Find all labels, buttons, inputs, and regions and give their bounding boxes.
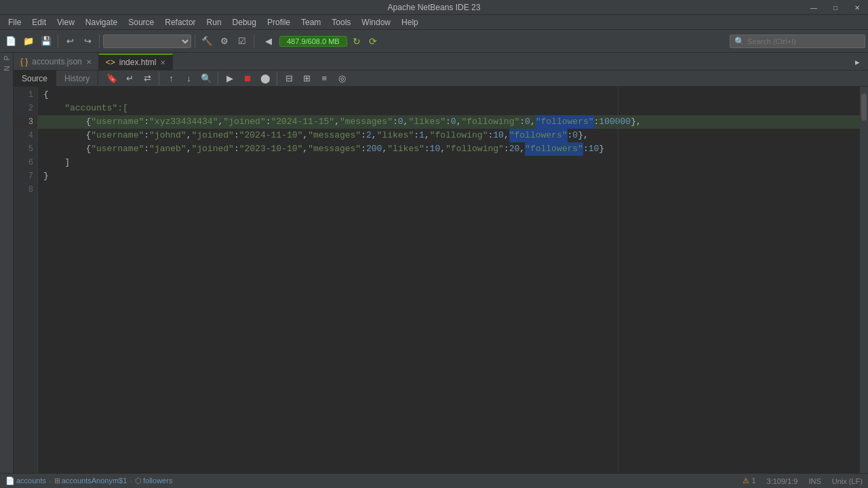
memory-indicator[interactable]: 487.9/608.0 MB: [279, 36, 347, 47]
code-span: 10: [430, 142, 441, 156]
line-numbers: 1 2 3 4 5 6 7 8: [14, 87, 38, 473]
accounts-json-icon: { }: [20, 57, 28, 66]
code-span: "username": [91, 129, 144, 142]
code-span: ,: [456, 115, 462, 129]
menu-team[interactable]: Team: [296, 16, 326, 28]
menu-view[interactable]: View: [52, 16, 80, 28]
code-line-3: { "username" : "xyz33434434" , "joined" …: [38, 115, 860, 129]
navigator-icon[interactable]: N: [3, 66, 11, 71]
breadcrumb-accounts[interactable]: 📄accounts: [5, 476, 46, 485]
undo-btn[interactable]: ↩: [62, 33, 78, 49]
status-position: 3:109/1:9: [767, 477, 798, 485]
followers-highlight-3: "followers": [536, 115, 594, 129]
code-span: ,: [186, 142, 192, 156]
history-tab[interactable]: History: [56, 70, 98, 87]
run-macro-btn[interactable]: ▶: [222, 70, 238, 87]
redo-btn[interactable]: ↪: [79, 33, 96, 49]
profile-macro-btn[interactable]: ⬤: [257, 70, 273, 87]
code-span: {: [43, 142, 91, 156]
find-btn[interactable]: 🔍: [198, 70, 214, 87]
menu-window[interactable]: Window: [356, 16, 396, 28]
breadcrumb: 📄accounts › ⊞accountsAnonym$1 › ⬡followe…: [5, 476, 172, 485]
code-span: "following": [461, 115, 519, 129]
status-mode: INS: [808, 477, 821, 485]
menu-source[interactable]: Source: [123, 16, 159, 28]
content-area: P N { } accounts.json ✕ <> index.html ✕ …: [0, 53, 868, 473]
toggle-bookmark-btn[interactable]: 🔖: [104, 70, 120, 87]
code-span: :: [488, 129, 493, 142]
ed-sep-3: [277, 72, 277, 85]
tab-index-html-close[interactable]: ✕: [160, 59, 165, 66]
code-span: :: [583, 142, 589, 156]
code-span: "2023-10-10": [239, 142, 303, 156]
menu-run[interactable]: Run: [201, 16, 227, 28]
test-btn[interactable]: ☑: [234, 33, 250, 49]
tab-accounts-json-close[interactable]: ✕: [86, 58, 92, 66]
menu-edit[interactable]: Edit: [26, 16, 52, 28]
build-btn[interactable]: ⚙: [216, 33, 233, 49]
code-span: ,: [218, 115, 223, 129]
code-content[interactable]: { "accounts":[ { "username" : "xyz334344…: [38, 87, 860, 473]
projects-icon[interactable]: P: [3, 56, 11, 60]
menu-profile[interactable]: Profile: [262, 16, 296, 28]
code-span: "following": [430, 129, 488, 142]
menu-refactor[interactable]: Refactor: [159, 16, 201, 28]
editor-container: { } accounts.json ✕ <> index.html ✕ ▸ So…: [14, 53, 868, 473]
menu-file[interactable]: File: [3, 16, 26, 28]
to-html-btn[interactable]: ◎: [334, 70, 350, 87]
tab-index-html[interactable]: <> index.html ✕: [99, 54, 174, 70]
code-span: }: [43, 169, 49, 183]
menu-help[interactable]: Help: [396, 16, 424, 28]
scrollbar-thumb[interactable]: [861, 94, 867, 121]
menu-debug[interactable]: Debug: [227, 16, 262, 28]
open-project-btn[interactable]: 📁: [20, 33, 37, 49]
profile-btn[interactable]: ⟳: [366, 35, 380, 48]
maximize-button[interactable]: □: [825, 0, 846, 15]
line-num-8: 8: [14, 183, 37, 197]
close-button[interactable]: ✕: [846, 0, 868, 15]
gc-btn[interactable]: ↻: [350, 35, 363, 48]
unfold-btn[interactable]: ⊞: [298, 70, 315, 87]
run-back-btn[interactable]: ◀: [260, 33, 277, 49]
code-span: ,: [403, 115, 409, 129]
tab-accounts-json[interactable]: { } accounts.json ✕: [14, 54, 99, 70]
toolbar: 📄 📁 💾 ↩ ↪ 🔨 ⚙ ☑ ◀ 487.9/608.0 MB ↻ ⟳ 🔍: [0, 30, 868, 53]
code-span: 0: [398, 115, 403, 129]
fold-btn[interactable]: ⊟: [281, 70, 297, 87]
code-span: ,: [186, 129, 192, 142]
status-bar: 📄accounts › ⊞accountsAnonym$1 › ⬡followe…: [0, 473, 868, 488]
menu-tools[interactable]: Tools: [326, 16, 356, 28]
breadcrumb-followers[interactable]: ⬡followers: [135, 476, 172, 485]
menu-navigate[interactable]: Navigate: [80, 16, 123, 28]
new-project-btn[interactable]: 📄: [3, 33, 19, 49]
code-span: ,: [425, 129, 430, 142]
search-box[interactable]: 🔍: [730, 35, 865, 48]
diff-btn[interactable]: ⇄: [139, 70, 155, 87]
search-input[interactable]: [747, 37, 856, 45]
code-span: ,: [504, 129, 509, 142]
code-span: :: [504, 142, 509, 156]
code-span: 0: [525, 115, 530, 129]
breadcrumb-accountsanonym[interactable]: ⊞accountsAnonym$1: [54, 476, 127, 485]
right-scrollbar[interactable]: [860, 87, 868, 473]
tab-scroll-right[interactable]: ▸: [849, 54, 865, 70]
code-span: "joined": [223, 115, 265, 129]
line-num-5: 5: [14, 142, 37, 156]
minimize-button[interactable]: —: [803, 0, 825, 15]
stop-macro-btn[interactable]: ⏹: [239, 70, 256, 87]
source-tab[interactable]: Source: [14, 70, 56, 87]
code-span: },: [578, 129, 589, 142]
code-line-6: ]: [38, 156, 860, 169]
code-line-7: }: [38, 169, 860, 183]
line-num-2: 2: [14, 102, 37, 115]
code-editor: 1 2 3 4 5 6 7 8 { "accounts":[: [14, 87, 868, 473]
save-btn[interactable]: 💾: [38, 33, 54, 49]
format-btn[interactable]: ≡: [316, 70, 332, 87]
code-span: :: [519, 115, 525, 129]
followers-highlight-4: "followers": [509, 129, 568, 142]
next-occurrence-btn[interactable]: ↓: [180, 70, 197, 87]
toggle-line-wrap-btn[interactable]: ↵: [121, 70, 138, 87]
prev-occurrence-btn[interactable]: ↑: [163, 70, 179, 87]
clean-build-btn[interactable]: 🔨: [199, 33, 215, 49]
project-select[interactable]: [103, 35, 191, 48]
